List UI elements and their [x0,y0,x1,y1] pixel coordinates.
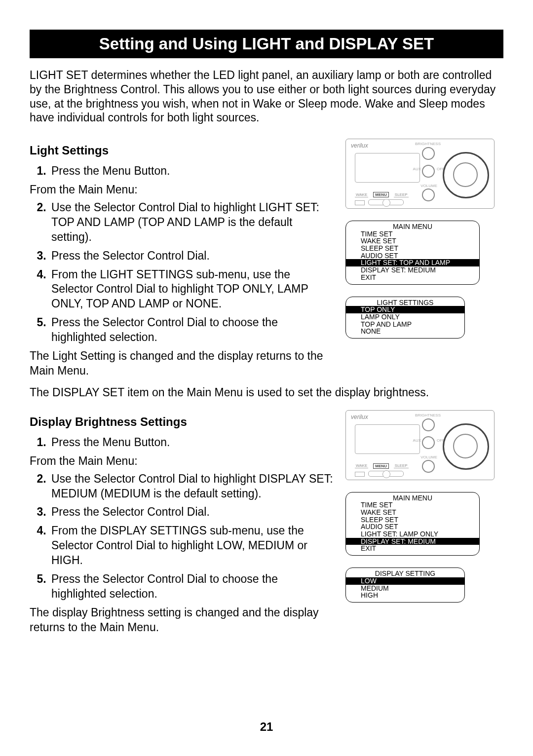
mode-knob-icon [422,436,435,449]
menu-item: SLEEP SET [361,516,464,524]
light-step-2: Use the Selector Control Dial to highlig… [49,200,333,245]
menu-item: LIGHT SET: TOP AND LAMP [346,259,479,266]
menu-button-label: MENU [373,463,389,469]
display-step-2: Use the Selector Control Dial to highlig… [49,472,333,501]
menu-title: LIGHT SETTINGS [361,299,450,306]
menu-item: TIME SET [361,501,464,509]
section-title: Setting and Using LIGHT and DISPLAY SET [30,30,503,58]
aux-label: AUX [413,438,421,443]
menu-item: DISPLAY SET: MEDIUM [346,538,479,545]
device-buttons: WAKE MENU SLEEP [355,463,409,469]
menu-item: TOP ONLY [346,306,464,313]
sleep-button-label: SLEEP [394,192,409,197]
sleep-button-label: SLEEP [394,463,409,468]
menu-item: AUDIO SET [361,252,464,260]
menu-item: AUDIO SET [361,523,464,530]
menu-item: DISPLAY SET: MEDIUM [361,266,464,274]
menu-item: SLEEP SET [361,245,464,252]
display-step-4: From the DISPLAY SETTINGS sub-menu, use … [49,524,333,568]
brightness-knob-icon [422,418,435,431]
display-settings-heading: Display Brightness Settings [30,414,333,429]
slider-icon [368,471,404,477]
brightness-label: BRIGHTNESS [415,142,441,146]
display-step-3: Press the Selector Control Dial. [49,505,333,520]
menu-item: TOP AND LAMP [361,321,450,328]
light-result-1: The Light Setting is changed and the dis… [30,349,333,378]
device-brand: verilux [351,414,368,420]
cd-slot-icon [355,200,365,205]
device-diagram-1: verilux WAKE MENU SLEEP BRIGHTNESS AUX O… [345,139,495,209]
menu-item: LAMP ONLY [361,313,450,321]
menu-item: MEDIUM [361,585,450,592]
menu-item: EXIT [361,274,464,281]
menu-title: MAIN MENU [361,494,464,502]
display-from-main: From the Main Menu: [30,454,333,469]
light-step-5: Press the Selector Control Dial to choos… [49,315,333,345]
menu-item: NONE [361,328,450,335]
light-step-4: From the LIGHT SETTINGS sub-menu, use th… [49,267,333,312]
brightness-knob-icon [422,147,435,160]
display-result-1: The display Brightness setting is change… [30,605,333,635]
display-set-note: The DISPLAY SET item on the Main Menu is… [30,385,503,400]
volume-label: VOLUME [420,455,437,459]
selector-dial-icon [443,423,489,470]
aux-label: AUX [413,167,421,171]
intro-paragraph: LIGHT SET determines whether the LED lig… [30,68,503,125]
display-setting-submenu: DISPLAY SETTINGLOWMEDIUMHIGH [345,567,465,603]
menu-item: WAKE SET [361,237,464,245]
device-screen [355,424,420,454]
device-buttons: WAKE MENU SLEEP [355,192,409,197]
menu-title: MAIN MENU [361,223,464,230]
menu-item: EXIT [361,545,464,552]
menu-button-label: MENU [373,192,389,197]
display-step-1: Press the Menu Button. [49,435,333,450]
light-step-3: Press the Selector Control Dial. [49,249,333,264]
slider-icon [368,199,404,205]
selector-dial-icon [443,152,489,198]
light-from-main: From the Main Menu: [30,183,333,197]
wake-button-label: WAKE [355,192,368,197]
menu-item: LIGHT SET: LAMP ONLY [361,530,464,538]
wake-button-label: WAKE [355,463,368,468]
menu-item: TIME SET [361,230,464,238]
menu-title: DISPLAY SETTING [361,570,450,577]
device-screen [355,153,420,183]
light-settings-submenu: LIGHT SETTINGSTOP ONLYLAMP ONLYTOP AND L… [345,297,465,339]
volume-knob-icon [422,189,435,201]
menu-item: LOW [346,577,464,585]
device-diagram-2: verilux WAKE MENU SLEEP BRIGHTNESS AUX O… [345,410,495,480]
volume-knob-icon [422,460,435,473]
brightness-label: BRIGHTNESS [415,413,441,417]
display-step-5: Press the Selector Control Dial to choos… [49,572,333,602]
page-number: 21 [0,720,533,734]
volume-label: VOLUME [420,184,437,188]
cd-slot-icon [355,472,365,477]
mode-knob-icon [422,165,435,178]
light-step-1: Press the Menu Button. [49,164,333,179]
menu-item: WAKE SET [361,509,464,516]
main-menu-display: MAIN MENUTIME SETWAKE SETSLEEP SETAUDIO … [345,492,480,556]
main-menu-light: MAIN MENUTIME SETWAKE SETSLEEP SETAUDIO … [345,221,480,285]
light-settings-heading: Light Settings [30,143,333,158]
menu-item: HIGH [361,592,450,599]
device-brand: verilux [351,142,368,149]
